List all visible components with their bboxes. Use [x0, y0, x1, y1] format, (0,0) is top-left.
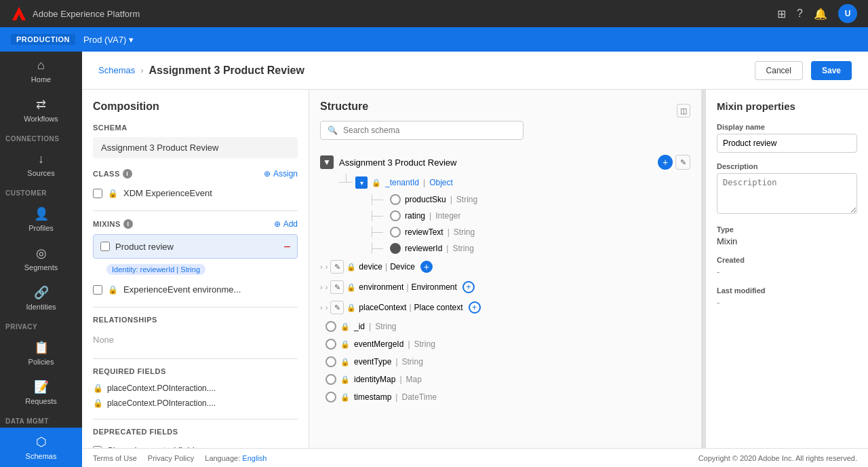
- tree-expand-btn[interactable]: ▼: [320, 155, 334, 169]
- eventMergeId-circle: [326, 339, 336, 350]
- mixin-other-row: 🔒 ExperienceEvent environme...: [93, 280, 298, 299]
- description-textarea[interactable]: [717, 173, 857, 214]
- mixins-section-header: Mixins i ⊕ Add: [93, 219, 298, 229]
- avatar[interactable]: U: [838, 4, 857, 23]
- terms-link[interactable]: Terms of Use: [93, 454, 137, 462]
- content-area: Schemas › Assignment 3 Product Review Ca…: [82, 52, 868, 467]
- add-mixin-button[interactable]: ⊕ Add: [274, 219, 298, 229]
- sidebar-item-sources[interactable]: ↓ Sources: [0, 145, 82, 184]
- workflows-icon: ⇄: [36, 97, 46, 112]
- composition-panel: Composition Schema Assignment 3 Product …: [82, 90, 309, 448]
- sidebar-label-schemas: Schemas: [26, 452, 57, 460]
- identityMap-lock: 🔒: [340, 375, 350, 384]
- env-selector[interactable]: Prod (VA7) ▾: [83, 35, 134, 45]
- class-checkbox[interactable]: [93, 189, 102, 198]
- structure-panel: Structure ◫ 🔍 ▼ Assignment 3 Product Rev…: [309, 90, 701, 448]
- identityMap-name: identityMap: [354, 375, 395, 384]
- mixin-other-label: ExperienceEvent environme...: [123, 284, 241, 295]
- breadcrumb-separator: ›: [140, 65, 143, 75]
- language-value[interactable]: English: [242, 454, 267, 462]
- sources-icon: ↓: [38, 152, 44, 166]
- _id-name: _id: [354, 322, 365, 331]
- sidebar-section-connections: CONNECTIONS: [0, 130, 82, 145]
- field-eventMergeId: 🔒 eventMergeId | String: [320, 335, 690, 353]
- sidebar-label-identities: Identities: [26, 303, 56, 311]
- add-plus-icon: ⊕: [274, 219, 281, 229]
- timestamp-circle: [326, 392, 336, 403]
- environment-row: › › ✎ 🔒 environment | Environment +: [320, 277, 690, 297]
- environment-add-icon[interactable]: +: [462, 281, 475, 293]
- cancel-button[interactable]: Cancel: [755, 61, 803, 80]
- device-name: device: [359, 262, 382, 272]
- tenant-field-name: _tenantId: [385, 178, 419, 187]
- mixins-section-label: Mixins i: [93, 219, 133, 229]
- placeContext-add-icon[interactable]: +: [469, 301, 481, 314]
- mixin-product-review[interactable]: Product review –: [93, 234, 298, 259]
- device-add-icon[interactable]: +: [420, 261, 433, 273]
- eventType-type: String: [402, 357, 423, 367]
- reviewText-name: reviewText: [405, 227, 443, 237]
- field-productSku: productSku | String: [372, 191, 690, 208]
- bell-icon[interactable]: 🔔: [814, 7, 827, 20]
- collapse-panel-icon[interactable]: ◫: [677, 104, 690, 117]
- assign-button[interactable]: ⊕ Assign: [264, 169, 298, 179]
- mixin-name: Product review: [115, 242, 279, 252]
- eventMergeId-type: String: [414, 339, 435, 349]
- sidebar-item-profiles[interactable]: 👤 Profiles: [0, 200, 82, 239]
- save-button[interactable]: Save: [811, 61, 852, 80]
- footer-copyright: Copyright © 2020 Adobe Inc. All rights r…: [698, 454, 857, 462]
- rating-type: Integer: [435, 211, 460, 221]
- help-icon[interactable]: ?: [797, 7, 803, 20]
- search-icon: 🔍: [328, 126, 338, 135]
- reviewerId-type: String: [452, 244, 473, 253]
- placeContext-lock: 🔒: [347, 303, 356, 312]
- header-actions: Cancel Save: [755, 61, 852, 80]
- schema-section-label: Schema: [93, 124, 298, 132]
- app-name: Adobe Experience Platform: [33, 9, 140, 19]
- timestamp-type: DateTime: [401, 392, 437, 402]
- device-edit-icon[interactable]: ✎: [330, 260, 344, 274]
- device-lock: 🔒: [347, 263, 356, 272]
- class-item-row: 🔒 XDM ExperienceEvent: [93, 184, 298, 202]
- tenant-type: Object: [429, 178, 453, 187]
- privacy-link[interactable]: Privacy Policy: [148, 454, 194, 462]
- mixin-other-checkbox[interactable]: [93, 285, 102, 295]
- last-modified-label: Last modified: [717, 286, 857, 295]
- reviewText-type: String: [454, 227, 475, 237]
- search-input[interactable]: [343, 126, 516, 135]
- sidebar-label-policies: Policies: [28, 358, 54, 366]
- mixin-checkbox[interactable]: [100, 242, 110, 251]
- environment-edit-icon[interactable]: ✎: [330, 280, 344, 294]
- root-add-btn[interactable]: +: [658, 155, 673, 170]
- footer: Terms of Use Privacy Policy Language: En…: [82, 448, 868, 467]
- sidebar-item-policies[interactable]: 📋 Policies: [0, 333, 82, 373]
- sidebar-section-customer: CUSTOMER: [0, 184, 82, 200]
- _id-type: String: [375, 322, 396, 331]
- segments-icon: ◎: [36, 246, 47, 261]
- placeContext-edit-icon[interactable]: ✎: [330, 301, 344, 314]
- schemas-icon: ⬡: [36, 434, 47, 449]
- sidebar-item-segments[interactable]: ◎ Segments: [0, 239, 82, 278]
- requests-icon: 📝: [34, 379, 49, 394]
- _id-circle: [326, 321, 336, 332]
- top-bar: Adobe Experience Platform ⊞ ? 🔔 U: [0, 0, 868, 27]
- divider-1: [93, 210, 298, 211]
- grid-icon[interactable]: ⊞: [777, 7, 786, 20]
- timestamp-name: timestamp: [354, 392, 391, 402]
- mixin-remove-icon[interactable]: –: [284, 240, 290, 253]
- identityMap-circle: [326, 374, 336, 385]
- breadcrumb-schemas-link[interactable]: Schemas: [98, 65, 135, 75]
- sidebar-item-home[interactable]: ⌂ Home: [0, 52, 82, 90]
- device-arrow-icon: ›: [320, 263, 323, 271]
- sidebar-item-identities[interactable]: 🔗 Identities: [0, 278, 82, 318]
- mixin-props-title: Mixin properties: [717, 100, 857, 112]
- policies-icon: 📋: [34, 340, 49, 355]
- sidebar-item-requests[interactable]: 📝 Requests: [0, 373, 82, 412]
- sidebar-item-workflows[interactable]: ⇄ Workflows: [0, 90, 82, 130]
- req-lock-2: 🔒: [93, 398, 103, 408]
- display-name-label: Display name: [717, 123, 857, 131]
- display-name-input[interactable]: [717, 134, 857, 153]
- root-edit-btn[interactable]: ✎: [675, 155, 690, 170]
- field-identityMap: 🔒 identityMap | Map: [320, 371, 690, 388]
- sidebar-item-schemas[interactable]: ⬡ Schemas: [0, 428, 82, 467]
